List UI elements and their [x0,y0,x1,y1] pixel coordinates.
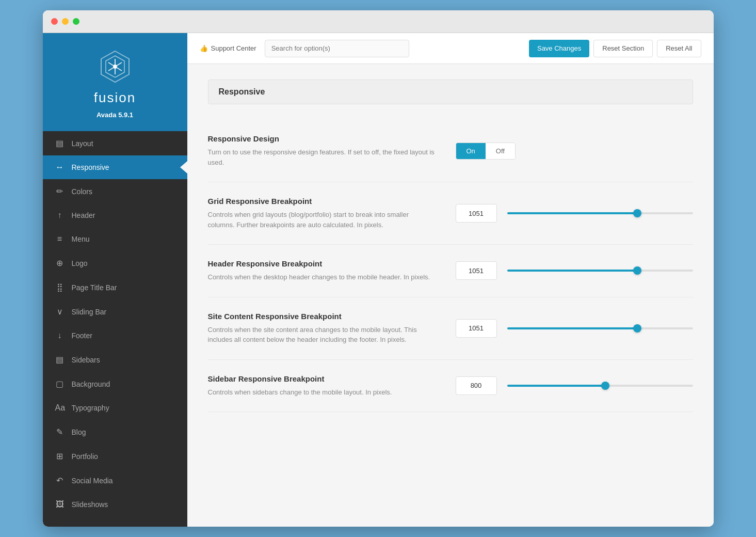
sidebar-item-label: Page Title Bar [72,283,117,292]
titlebar [43,10,714,33]
sidebar: fusion Avada 5.9.1 ▤ Layout ↔ Responsive… [43,33,187,527]
setting-title-header-responsive-breakpoint: Header Responsive Breakpoint [208,259,435,268]
sidebar-item-footer[interactable]: ↓ Footer [43,324,187,348]
slider-container-site-content-responsive-breakpoint [507,327,693,329]
toggle-responsive-design-off[interactable]: Off [486,143,515,159]
slider-fill-grid-responsive-breakpoint [507,212,637,214]
sidebar-item-label: Slideshows [72,500,108,509]
close-button[interactable] [51,18,58,25]
slider-track-grid-responsive-breakpoint[interactable] [507,212,693,214]
brand-logo-icon [97,49,133,85]
topbar: 👍 Support Center Save Changes Reset Sect… [187,33,714,64]
sidebar-item-slideshows[interactable]: 🖼 Slideshows [43,493,187,516]
setting-control-site-content-responsive-breakpoint [456,319,693,338]
maximize-button[interactable] [73,18,79,25]
background-icon: ▢ [55,379,65,389]
setting-desc-grid-responsive-breakpoint: Controls when grid layouts (blog/portfol… [208,210,435,230]
slideshows-icon: 🖼 [55,500,65,509]
slider-thumb-grid-responsive-breakpoint[interactable] [633,209,641,217]
sidebar-item-logo[interactable]: ⊕ Logo [43,251,187,275]
colors-icon: ✏ [55,186,65,196]
slider-track-header-responsive-breakpoint[interactable] [507,270,693,272]
content-area: Responsive Responsive Design Turn on to … [187,64,714,527]
brand-area: fusion Avada 5.9.1 [43,33,187,131]
toggle-responsive-design-on[interactable]: On [456,143,486,159]
settings-container: Responsive Design Turn on to use the res… [208,120,693,412]
setting-desc-responsive-design: Turn on to use the responsive design fea… [208,147,435,167]
logo-icon: ⊕ [55,258,65,268]
sidebar-item-menu[interactable]: ≡ Menu [43,227,187,251]
sidebar-item-label: Portfolio [72,452,98,461]
sidebar-item-label: Sliding Bar [72,308,107,316]
sidebar-item-background[interactable]: ▢ Background [43,372,187,396]
slider-fill-sidebar-responsive-breakpoint [507,385,606,387]
sidebar-item-label: Layout [72,139,93,148]
header-icon: ↑ [55,211,65,220]
svg-point-2 [113,65,117,69]
slider-input-sidebar-responsive-breakpoint[interactable] [456,376,497,395]
sliding-bar-icon: ∨ [55,307,65,317]
slider-track-site-content-responsive-breakpoint[interactable] [507,327,693,329]
slider-input-header-responsive-breakpoint[interactable] [456,261,497,280]
sidebar-item-social-media[interactable]: ↶ Social Media [43,468,187,493]
social-media-icon: ↶ [55,476,65,485]
footer-icon: ↓ [55,331,65,340]
sidebar-item-page-title-bar[interactable]: ⣿ Page Title Bar [43,275,187,299]
reset-section-button[interactable]: Reset Section [593,40,653,57]
slider-input-site-content-responsive-breakpoint[interactable] [456,319,497,338]
main-area: 👍 Support Center Save Changes Reset Sect… [187,33,714,527]
setting-row-grid-responsive-breakpoint: Grid Responsive Breakpoint Controls when… [208,182,693,245]
menu-icon: ≡ [55,234,65,244]
setting-control-sidebar-responsive-breakpoint [456,376,693,395]
support-label: Support Center [211,44,256,52]
section-header: Responsive [208,80,693,104]
slider-fill-site-content-responsive-breakpoint [507,327,637,329]
slider-input-grid-responsive-breakpoint[interactable] [456,204,497,223]
topbar-actions: Save Changes Reset Section Reset All [529,40,701,57]
sidebar-item-responsive[interactable]: ↔ Responsive [43,155,187,179]
slider-fill-header-responsive-breakpoint [507,270,637,272]
support-link[interactable]: 👍 Support Center [200,44,256,52]
sidebar-item-label: Footer [72,331,92,340]
blog-icon: ✎ [55,427,65,437]
save-changes-button[interactable]: Save Changes [529,40,589,57]
sidebar-item-layout[interactable]: ▤ Layout [43,131,187,155]
sidebar-item-header[interactable]: ↑ Header [43,203,187,227]
sidebar-item-label: Menu [72,235,90,243]
toggle-group-responsive-design: On Off [456,143,516,160]
app-body: fusion Avada 5.9.1 ▤ Layout ↔ Responsive… [43,33,714,527]
slider-thumb-header-responsive-breakpoint[interactable] [633,266,641,275]
brand-name: fusion [94,90,136,106]
sidebar-item-label: Typography [72,404,109,412]
sidebar-item-portfolio[interactable]: ⊞ Portfolio [43,444,187,468]
search-input[interactable] [265,40,409,57]
sidebars-icon: ▤ [55,355,65,365]
sidebar-item-typography[interactable]: Aa Typography [43,396,187,420]
setting-row-responsive-design: Responsive Design Turn on to use the res… [208,120,693,182]
slider-container-header-responsive-breakpoint [507,270,693,272]
setting-control-responsive-design: On Off [456,143,693,160]
minimize-button[interactable] [62,18,69,25]
setting-info-header-responsive-breakpoint: Header Responsive Breakpoint Controls wh… [208,259,435,282]
setting-title-sidebar-responsive-breakpoint: Sidebar Responsive Breakpoint [208,374,435,383]
setting-info-grid-responsive-breakpoint: Grid Responsive Breakpoint Controls when… [208,197,435,230]
sidebar-item-sidebars[interactable]: ▤ Sidebars [43,348,187,372]
reset-all-button[interactable]: Reset All [657,40,701,57]
slider-track-sidebar-responsive-breakpoint[interactable] [507,385,693,387]
slider-thumb-sidebar-responsive-breakpoint[interactable] [601,382,609,390]
sidebar-item-colors[interactable]: ✏ Colors [43,179,187,203]
sidebar-item-label: Sidebars [72,356,100,364]
setting-info-responsive-design: Responsive Design Turn on to use the res… [208,134,435,167]
sidebar-item-label: Social Media [72,477,113,485]
sidebar-item-blog[interactable]: ✎ Blog [43,420,187,444]
sidebar-item-label: Header [72,211,95,219]
sidebar-nav: ▤ Layout ↔ Responsive ✏ Colors ↑ Header … [43,131,187,527]
portfolio-icon: ⊞ [55,451,65,461]
typography-icon: Aa [55,403,65,413]
page-title-bar-icon: ⣿ [55,282,65,292]
slider-container-grid-responsive-breakpoint [507,212,693,214]
sidebar-item-sliding-bar[interactable]: ∨ Sliding Bar [43,299,187,324]
slider-thumb-site-content-responsive-breakpoint[interactable] [633,324,641,333]
brand-version: Avada 5.9.1 [96,111,133,119]
setting-title-site-content-responsive-breakpoint: Site Content Responsive Breakpoint [208,312,435,321]
